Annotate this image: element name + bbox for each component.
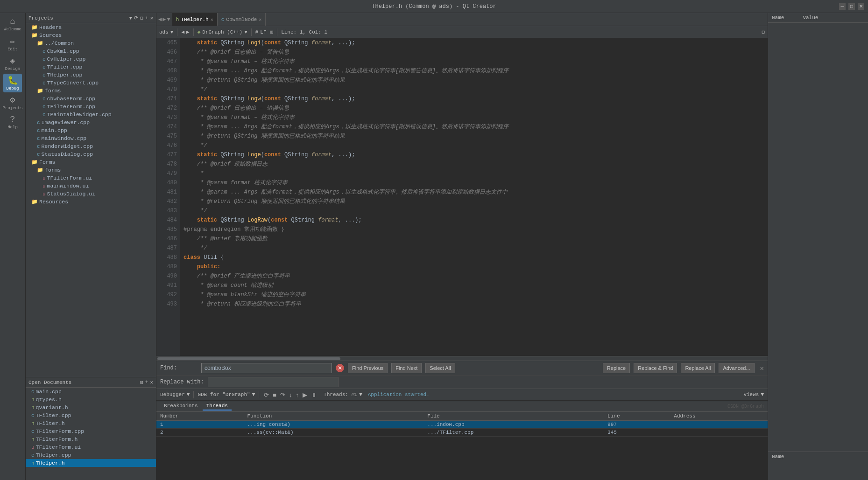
- tree-item-statusdialog-ui[interactable]: uStatusDialog.ui: [26, 190, 156, 198]
- welcome-button[interactable]: ⌂ Welcome: [3, 15, 22, 34]
- debug-button[interactable]: 🐛 Debug: [3, 74, 22, 92]
- threads-dropdown-icon[interactable]: ▼: [359, 392, 362, 397]
- doc-item-tfilter-cpp[interactable]: cTFilter.cpp: [26, 411, 156, 419]
- select-all-button[interactable]: Select All: [425, 363, 455, 373]
- debug-step-over-btn[interactable]: ↷: [279, 391, 286, 398]
- find-bar-close[interactable]: ✕: [760, 364, 764, 372]
- tree-item-tfilterform[interactable]: cTFilterForm.cpp: [26, 103, 156, 111]
- find-next-button[interactable]: Find Next: [391, 363, 422, 373]
- line-num-493: 493: [159, 299, 177, 309]
- close-panel-icon[interactable]: ✕: [150, 15, 153, 21]
- line-num-475: 475: [159, 132, 177, 141]
- maximize-button[interactable]: □: [848, 3, 855, 10]
- filter-icon[interactable]: ▼: [129, 15, 133, 21]
- tab-cbwxmlnode[interactable]: c CbwXmlNode ✕: [218, 13, 266, 26]
- doc-item-main-cpp-doc[interactable]: cmain.cpp: [26, 388, 156, 396]
- tree-item-tfilterform-ui[interactable]: uTFilterForm.ui: [26, 174, 156, 182]
- help-button[interactable]: ? Help: [3, 113, 22, 132]
- expand-icon[interactable]: ⊟: [762, 29, 765, 35]
- doc-item-tfilterform-cpp[interactable]: cTFilterForm.cpp: [26, 427, 156, 435]
- debug-stop-btn[interactable]: ■: [272, 391, 277, 398]
- doc-item-tfilterform-h[interactable]: hTFilterForm.h: [26, 435, 156, 443]
- projects-icon: ⚙: [10, 95, 15, 105]
- replace-all-button[interactable]: Replace All: [681, 363, 715, 373]
- tree-item-resources[interactable]: 📁Resources: [26, 198, 156, 206]
- debug-restart-btn[interactable]: ⟳: [263, 391, 270, 398]
- tree-item-headers[interactable]: 📁Headers: [26, 23, 156, 31]
- gdb-dropdown-icon[interactable]: ▼: [252, 392, 255, 397]
- replace-find-button[interactable]: Replace & Find: [634, 363, 677, 373]
- tab-cbwxmlnode-close[interactable]: ✕: [259, 17, 261, 22]
- doc-item-tfilter-h[interactable]: hTFilter.h: [26, 419, 156, 427]
- tree-item-forms2[interactable]: 📁forms: [26, 166, 156, 174]
- tree-item-label: StatusDialog.cpp: [42, 151, 93, 157]
- find-clear-button[interactable]: ✕: [336, 364, 344, 372]
- tab-breakpoints[interactable]: Breakpoints: [160, 402, 202, 410]
- tab-prev-icon[interactable]: ◀: [158, 16, 162, 23]
- debugger-dropdown-icon[interactable]: ▼: [187, 392, 190, 397]
- doc-item-tfilterform-ui-doc[interactable]: uTFilterForm.ui: [26, 443, 156, 451]
- tree-item-renderwidget[interactable]: cRenderWidget.cpp: [26, 142, 156, 150]
- open-docs-collapse[interactable]: ⊟: [140, 379, 143, 385]
- tree-item-ttypeconvert[interactable]: cTTypeConvert.cpp: [26, 79, 156, 87]
- doc-item-qvariant-h[interactable]: hqvariant.h: [26, 403, 156, 411]
- tree-item-imageviewer[interactable]: cImageViewer.cpp: [26, 118, 156, 126]
- tree-item-cvhelper[interactable]: cCvHelper.cpp: [26, 55, 156, 63]
- tree-item-forms-folder[interactable]: 📁forms: [26, 87, 156, 95]
- debug-continue-btn[interactable]: ▶: [302, 391, 308, 398]
- projects-button[interactable]: ⚙ Projects: [3, 93, 22, 112]
- tab-cbwxmlnode-label: CbwXmlNode: [226, 17, 257, 22]
- tree-item-tpaintable[interactable]: cTPaintableWidget.cpp: [26, 111, 156, 118]
- tree-item-tfilter[interactable]: cTFilter.cpp: [26, 63, 156, 71]
- code-content[interactable]: static QString Logi(const QString format…: [180, 38, 768, 356]
- debug-pause-btn[interactable]: ⏸: [310, 391, 318, 398]
- window-controls[interactable]: ─ □ ✕: [839, 3, 864, 10]
- forward-icon[interactable]: ▶: [186, 29, 190, 35]
- tree-item-cbwxml[interactable]: cCbwXml.cpp: [26, 47, 156, 55]
- advanced-button[interactable]: Advanced...: [719, 363, 754, 373]
- debug-step-into-btn[interactable]: ↓: [288, 391, 293, 398]
- tree-item-common[interactable]: 📁../Common: [26, 39, 156, 47]
- horizontal-scrollbar[interactable]: [156, 356, 768, 361]
- tab-menu-icon[interactable]: ▼: [167, 16, 170, 23]
- debug-step-out-btn[interactable]: ↑: [295, 391, 300, 398]
- replace-button[interactable]: Replace: [603, 363, 630, 373]
- doc-icon: u: [31, 445, 35, 450]
- cell-address: [670, 421, 768, 429]
- close-button[interactable]: ✕: [858, 3, 864, 10]
- tab-threads[interactable]: Threads: [203, 402, 232, 410]
- project-dropdown-icon[interactable]: ▼: [170, 29, 174, 35]
- table-row[interactable]: 1...ing const&)...indow.cpp997: [156, 421, 768, 429]
- tree-item-cbwbaseform[interactable]: ccbwbaseForm.cpp: [26, 95, 156, 103]
- tabs-nav: ◀ ▶ ▼: [156, 16, 172, 23]
- tree-item-thelper-cpp[interactable]: cTHelper.cpp: [26, 71, 156, 79]
- design-button[interactable]: ◈ Design: [3, 54, 22, 73]
- doc-item-thelper-h-doc[interactable]: hTHelper.h: [26, 459, 156, 467]
- table-row[interactable]: 2...ss(cv::Mat&).../TFilter.cpp345: [156, 429, 768, 437]
- title-text: THelper.h (Common @ ads) - Qt Creator: [372, 3, 496, 10]
- sync-icon[interactable]: ⟳: [134, 15, 138, 21]
- find-input[interactable]: [201, 363, 332, 373]
- tab-next-icon[interactable]: ▶: [162, 16, 166, 23]
- add-icon[interactable]: +: [145, 15, 148, 21]
- back-icon[interactable]: ◀: [181, 29, 184, 35]
- edit-button[interactable]: ✏ Edit: [3, 35, 22, 53]
- collapse-icon[interactable]: ⊟: [140, 15, 143, 21]
- tree-item-sources[interactable]: 📁Sources: [26, 31, 156, 39]
- tree-item-mainwindow-cpp[interactable]: cMainWindow.cpp: [26, 134, 156, 142]
- doc-item-thelper-cpp-doc[interactable]: cTHelper.cpp: [26, 451, 156, 459]
- tree-item-mainwindow-ui[interactable]: umainwindow.ui: [26, 182, 156, 190]
- file-dropdown-icon[interactable]: ▼: [244, 29, 247, 35]
- minimize-button[interactable]: ─: [839, 3, 846, 10]
- doc-item-qtypes-h[interactable]: hqtypes.h: [26, 396, 156, 403]
- tab-thelper-h[interactable]: h THelper.h ✕: [172, 13, 218, 26]
- open-docs-add[interactable]: +: [145, 379, 148, 385]
- tree-item-forms-root[interactable]: 📁Forms: [26, 158, 156, 166]
- find-prev-button[interactable]: Find Previous: [348, 363, 388, 373]
- views-dropdown-icon[interactable]: ▼: [761, 392, 764, 397]
- tree-item-statusdialog-cpp[interactable]: cStatusDialog.cpp: [26, 150, 156, 158]
- open-docs-close[interactable]: ✕: [150, 379, 153, 385]
- tree-item-main-cpp[interactable]: cmain.cpp: [26, 126, 156, 134]
- replace-input[interactable]: [208, 377, 339, 387]
- tab-thelper-h-close[interactable]: ✕: [211, 17, 213, 22]
